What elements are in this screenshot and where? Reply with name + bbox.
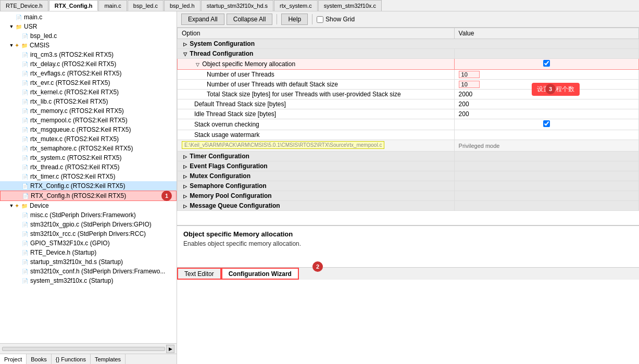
lb-tab-project[interactable]: Project [0,354,27,365]
tree-rtx-config-c[interactable]: 📄 RTX_Config.c (RTOS2:Keil RTX5) [0,181,177,191]
lb-tab-functions[interactable]: {} Functions [52,354,91,365]
row-num-threads[interactable]: Number of user Threads [178,70,639,80]
tree-rtx-system[interactable]: 📄 rtx_system.c (RTOS2:Keil RTX5) [0,153,177,162]
row-idle-stack[interactable]: Idle Thread Stack size [bytes] 200 [178,109,639,119]
tree-label-rtx-delay: rtx_delay.c (RTOS2:Keil RTX5) [30,60,116,68]
tree-rtx-evflags[interactable]: 📄 rtx_evflags.c (RTOS2:Keil RTX5) [0,69,177,78]
checkbox-stack-overrun[interactable] [543,120,550,127]
tree-item-bsp-led[interactable]: 📄 bsp_led.c [0,31,177,41]
section-label-mutex: Mutex Configuration [190,172,250,180]
h-scrollbar[interactable] [2,347,165,351]
folder-icon-cmsis: 📁 [20,41,29,49]
tab-main-c[interactable]: main.c [98,0,127,11]
help-button[interactable]: Help [281,14,308,25]
row-priv-mode: E:\Keil_v5\ARM\PACK\ARM\CMSIS\5.0.1\CMSI… [178,140,639,152]
tree-rtx-semaphore[interactable]: 📄 rtx_semaphore.c (RTOS2:Keil RTX5) [0,144,177,153]
section-event-flags[interactable]: ▷ Event Flags Configuration [178,161,639,171]
expand-event-flags[interactable]: ▷ [182,164,188,170]
desc-title: Object specific Memory allocation [183,230,633,238]
tree-gpio[interactable]: 📄 stm32f10x_gpio.c (StdPeriph Drivers:GP… [0,220,177,229]
c-file-icon15: 📄 [21,182,29,190]
tree-rtx-delay[interactable]: 📄 rtx_delay.c (RTOS2:Keil RTX5) [0,59,177,69]
lb-tab-books[interactable]: Books [27,354,52,365]
tree-rtx-msgqueue[interactable]: 📄 rtx_msgqueue.c (RTOS2:Keil RTX5) [0,125,177,134]
section-thread[interactable]: ▽ Thread Configuration [178,49,639,59]
expand-mempool[interactable]: ▷ [182,193,188,199]
row-def-stack[interactable]: Default Thread Stack size [bytes] 200 [178,99,639,109]
expand-thread[interactable]: ▽ [182,51,188,57]
tree-gpio-stm[interactable]: 📄 GPIO_STM32F10x.c (GPIO) [0,239,177,248]
show-grid-checkbox[interactable] [317,16,323,23]
tree-system[interactable]: 📄 system_stm32f10x.c (Startup) [0,276,177,285]
expand-obj-mem[interactable]: ▽ [194,61,201,68]
expand-all-button[interactable]: Expand All [181,14,224,25]
tab-startup[interactable]: startup_stm32f10x_hd.s [201,0,273,11]
tree-device[interactable]: ▼ ✦ 📁 Device [0,201,177,210]
tree-label-rcc: stm32f10x_rcc.c (StdPeriph Drivers:RCC) [30,230,146,237]
collapse-all-button[interactable]: Collapse All [227,14,273,25]
config-table-area[interactable]: Option Value ▷ System Configuration [177,28,639,225]
section-mempool[interactable]: ▷ Memory Pool Configuration [178,191,639,201]
row-obj-mem[interactable]: ▽ Object specific Memory allocation [178,59,639,70]
tab-text-editor[interactable]: Text Editor [177,268,221,280]
label-num-threads-def: Number of user Threads with default Stac… [207,81,338,88]
tree-label-irq: irq_cm3.s (RTOS2:Keil RTX5) [30,51,114,58]
tree-misc[interactable]: 📄 misc.c (StdPeriph Drivers:Framework) [0,210,177,220]
expand-semaphore[interactable]: ▷ [182,183,188,190]
section-system[interactable]: ▷ System Configuration [178,39,639,49]
tree-rtx-kernel[interactable]: 📄 rtx_kernel.c (RTOS2:Keil RTX5) [0,87,177,97]
expand-timer[interactable]: ▷ [182,154,188,160]
tab-bar: RTE_Device.h RTX_Config.h main.c bsp_led… [0,0,639,11]
tree-rtx-mempool[interactable]: 📄 rtx_mempool.c (RTOS2:Keil RTX5) [0,116,177,125]
tree-rtx-config-h[interactable]: 📄 RTX_Config.h (RTOS2:Keil RTX5) 1 [0,191,177,201]
tree-label-gpio-stm: GPIO_STM32F10x.c (GPIO) [30,240,110,247]
section-msgqueue[interactable]: ▷ Message Queue Configuration [178,201,639,211]
tree-label-rtx-system: rtx_system.c (RTOS2:Keil RTX5) [30,154,121,161]
tab-rte-device[interactable]: RTE_Device.h [0,0,48,11]
tree-rtx-thread[interactable]: 📄 rtx_thread.c (RTOS2:Keil RTX5) [0,162,177,172]
annotation-callout: 设置线程个数 [532,83,580,96]
tree-rtx-mutex[interactable]: 📄 rtx_mutex.c (RTOS2:Keil RTX5) [0,134,177,144]
row-stack-overrun[interactable]: Stack overrun checking [178,119,639,130]
tree-item-usr[interactable]: ▼ 📁 USR [0,22,177,31]
device-marker: ✦ [15,203,19,209]
checkbox-obj-mem[interactable] [543,60,550,67]
tab-system-stm32[interactable]: system_stm32f10x.c [318,0,382,11]
tab-rtx-system[interactable]: rtx_system.c [274,0,318,11]
tab-bsp-led-h[interactable]: bsp_led.h [164,0,201,11]
tree-rtx-timer[interactable]: 📄 rtx_timer.c (RTOS2:Keil RTX5) [0,172,177,181]
expand-system[interactable]: ▷ [182,41,188,47]
tree-rtx-memory[interactable]: 📄 rtx_memory.c (RTOS2:Keil RTX5) [0,106,177,116]
tab-config-wizard-label: Configuration Wizard [229,270,292,278]
tab-config-wizard[interactable]: Configuration Wizard [221,268,299,280]
show-grid-label[interactable]: Show Grid [317,16,355,23]
label-stack-overrun: Stack overrun checking [194,121,259,128]
expand-mutex[interactable]: ▷ [182,173,188,180]
section-mutex[interactable]: ▷ Mutex Configuration [178,171,639,181]
tree-stm-conf[interactable]: 📄 stm32f10x_conf.h (StdPeriph Drivers:Fr… [0,267,177,276]
scroll-right[interactable]: ▶ [166,345,174,353]
tree-rte-device[interactable]: 📄 RTE_Device.h (Startup) [0,248,177,257]
tab-rtx-config[interactable]: RTX_Config.h [49,0,98,11]
tree-rcc[interactable]: 📄 stm32f10x_rcc.c (StdPeriph Drivers:RCC… [0,229,177,239]
lb-tab-templates[interactable]: Templates [91,354,126,365]
label-num-threads: Number of user Threads [207,71,274,78]
tree-irq[interactable]: 📄 irq_cm3.s (RTOS2:Keil RTX5) [0,50,177,59]
tree-label-rtx-thread: rtx_thread.c (RTOS2:Keil RTX5) [30,164,119,171]
input-num-threads-def[interactable] [459,81,480,88]
h-file-icon: 📄 [21,192,30,200]
input-num-threads[interactable] [459,71,480,78]
row-stack-watermark[interactable]: Stack usage watermark [178,130,639,140]
tree-rtx-lib[interactable]: 📄 rtx_lib.c (RTOS2:Keil RTX5) [0,97,177,106]
tree-item-cmsis[interactable]: ▼ ✦ 📁 CMSIS [0,41,177,50]
c-file-icon9: 📄 [21,125,29,134]
section-timer[interactable]: ▷ Timer Configuration [178,152,639,161]
expand-msgqueue[interactable]: ▷ [182,203,188,209]
tree-rtx-evr[interactable]: 📄 rtx_evr.c (RTOS2:Keil RTX5) [0,78,177,87]
tab-bsp-led-c[interactable]: bsp_led.c [128,0,164,11]
value-total-stack: 2000 [459,91,473,98]
tree-item-main-c[interactable]: 📄 main.c [0,12,177,22]
section-semaphore[interactable]: ▷ Semaphore Configuration [178,181,639,191]
section-label-system: System Configuration [190,40,255,47]
tree-startup[interactable]: 📄 startup_stm32f10x_hd.s (Startup) [0,257,177,267]
